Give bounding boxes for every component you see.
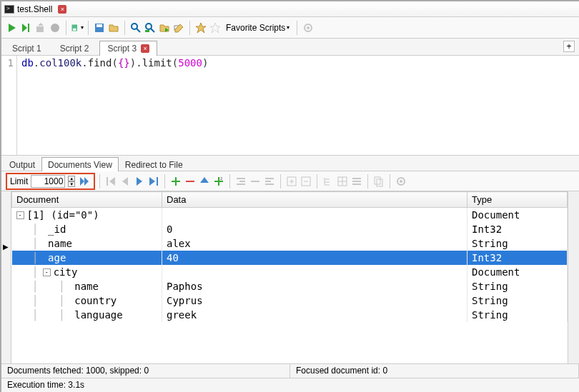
table-row[interactable]: -[1] (id="0")Document xyxy=(12,208,568,223)
folder-play-icon[interactable] xyxy=(158,21,171,34)
node-label: [1] (id="0") xyxy=(27,209,99,221)
remove-icon[interactable] xyxy=(184,175,197,188)
last-icon[interactable] xyxy=(147,175,160,188)
col-type[interactable]: Type xyxy=(467,192,568,208)
text-view-icon[interactable] xyxy=(350,175,363,188)
close-tab-icon[interactable]: × xyxy=(58,5,66,14)
expand-icon[interactable] xyxy=(285,175,298,188)
favorite-scripts-dropdown[interactable]: Favorite Scripts▾ xyxy=(223,23,292,33)
tree-branch: │ xyxy=(16,252,43,263)
output-tab[interactable]: Output xyxy=(3,157,41,171)
star-add-icon[interactable] xyxy=(194,21,207,34)
output-tab[interactable]: Redirect to File xyxy=(119,157,189,171)
window-title: test.Shell xyxy=(17,4,52,14)
svg-rect-35 xyxy=(214,181,223,182)
separator xyxy=(297,21,297,35)
limit-input[interactable] xyxy=(31,175,65,188)
separator xyxy=(280,174,281,189)
code-editor[interactable]: 1 db.col100k.find({}).limit(5000) xyxy=(1,56,579,156)
documents-grid-wrap: ▶ Document Data Type -[1] (id="0")Docume… xyxy=(1,191,579,363)
run-step-icon[interactable] xyxy=(20,21,33,34)
table-row[interactable]: │ │ countryCyprusString xyxy=(12,293,568,308)
find-icon[interactable] xyxy=(129,21,142,34)
save-dropdown-icon[interactable]: ▾ xyxy=(71,21,84,34)
svg-rect-38 xyxy=(239,181,245,182)
svg-marker-0 xyxy=(9,24,16,32)
tree-branch: │ xyxy=(16,266,43,278)
settings-icon[interactable] xyxy=(395,175,407,188)
svg-rect-24 xyxy=(107,177,108,186)
tree-view-icon[interactable] xyxy=(322,175,335,188)
current-row-marker: ▶ xyxy=(3,243,9,251)
collapse-icon[interactable] xyxy=(300,175,312,188)
copy-table-icon[interactable] xyxy=(372,175,385,188)
node-label: city xyxy=(54,266,78,278)
documents-grid[interactable]: Document Data Type -[1] (id="0")Document… xyxy=(11,191,568,363)
col-data[interactable]: Data xyxy=(162,192,467,208)
new-tab-button[interactable]: + xyxy=(563,41,575,52)
find-replace-icon[interactable] xyxy=(144,21,157,34)
table-row[interactable]: │ namealexString xyxy=(12,236,568,251)
add-field-icon[interactable]: 2 xyxy=(212,175,225,188)
svg-line-11 xyxy=(137,29,140,32)
main-toolbar: ▾ Favorite Scripts▾ xyxy=(1,17,579,39)
rename-icon[interactable] xyxy=(172,21,185,34)
cell-data[interactable]: Paphos xyxy=(162,279,467,293)
open-folder-icon[interactable] xyxy=(107,21,120,34)
svg-rect-57 xyxy=(352,181,361,182)
col-document[interactable]: Document xyxy=(12,192,162,208)
close-tab-icon[interactable]: × xyxy=(141,44,149,53)
limit-group: Limit ▲▼ xyxy=(6,173,95,190)
table-row[interactable]: │ │ namePaphosString xyxy=(12,279,568,293)
script-tab[interactable]: Script 3× xyxy=(99,41,157,56)
cell-type: String xyxy=(467,236,568,251)
svg-rect-41 xyxy=(265,178,274,179)
code-area[interactable]: db.col100k.find({}).limit(5000) xyxy=(17,56,579,155)
svg-rect-7 xyxy=(73,28,76,30)
table-row[interactable]: │ -cityDocument xyxy=(12,265,568,279)
cell-type: Document xyxy=(467,208,568,223)
cell-data[interactable] xyxy=(162,265,467,279)
gear-icon[interactable] xyxy=(302,21,315,34)
disk-icon[interactable] xyxy=(93,21,106,34)
svg-rect-42 xyxy=(265,181,271,182)
script-tab[interactable]: Script 2 xyxy=(52,41,97,56)
limit-label: Limit xyxy=(10,176,28,186)
cell-data[interactable]: Cyprus xyxy=(162,293,467,308)
svg-marker-19 xyxy=(210,23,220,33)
forward-all-icon[interactable] xyxy=(78,175,91,188)
cell-data[interactable]: 40 xyxy=(162,251,467,265)
svg-rect-31 xyxy=(172,181,180,182)
cell-type: Int32 xyxy=(467,251,568,265)
vertical-scrollbar[interactable] xyxy=(568,191,579,363)
collapse-node-icon[interactable]: - xyxy=(43,268,51,276)
separator xyxy=(367,174,368,189)
table-view-icon[interactable] xyxy=(336,175,349,188)
limit-spinner[interactable]: ▲▼ xyxy=(68,176,75,187)
cell-data[interactable]: greek xyxy=(162,308,467,322)
svg-marker-23 xyxy=(84,177,89,186)
cell-type: Document xyxy=(467,265,568,279)
table-row[interactable]: │ _id0Int32 xyxy=(12,222,568,236)
tree-branch: │ │ xyxy=(16,309,69,321)
table-row[interactable]: │ age40Int32 xyxy=(12,251,568,265)
svg-rect-9 xyxy=(96,24,102,27)
run-icon[interactable] xyxy=(6,21,19,34)
cell-data[interactable] xyxy=(162,208,467,223)
table-row[interactable]: │ │ languagegreekString xyxy=(12,308,568,322)
script-tab[interactable]: Script 1 xyxy=(4,41,49,56)
separator xyxy=(66,21,66,35)
cell-data[interactable]: 0 xyxy=(162,222,467,236)
indent-right-icon xyxy=(263,175,276,188)
collapse-node-icon[interactable]: - xyxy=(16,211,24,219)
indent-left-icon xyxy=(234,175,247,188)
next-icon[interactable] xyxy=(133,175,146,188)
add-icon[interactable] xyxy=(169,175,182,188)
cell-data[interactable]: alex xyxy=(162,236,467,251)
separator xyxy=(124,21,125,35)
terminal-icon xyxy=(4,5,14,14)
tree-branch: │ xyxy=(16,238,43,249)
level-up-icon[interactable] xyxy=(198,175,211,188)
output-tab[interactable]: Documents View xyxy=(41,157,119,171)
tree-branch: │ │ xyxy=(16,295,69,306)
